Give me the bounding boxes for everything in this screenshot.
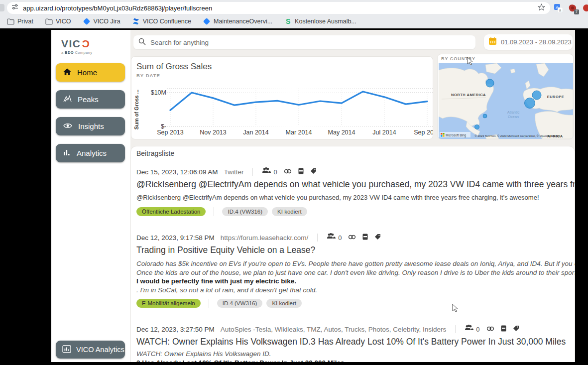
bookmark-kostenlose[interactable]: S Kostenlose Ausmalb...: [284, 18, 356, 25]
bookmark-privat[interactable]: Privat: [7, 18, 33, 25]
calendar-icon: [488, 37, 497, 47]
posts-card: Beitragsliste Dec 15, 2023, 12:06:09 AM …: [130, 146, 575, 362]
post-action-icons: 0: [262, 167, 316, 176]
svg-text:Mar 2014: Mar 2014: [286, 129, 312, 136]
notebook-icon[interactable]: [298, 167, 304, 176]
eye-icon: [63, 122, 72, 130]
bookmark-label: Kostenlose Ausmalb...: [295, 18, 356, 25]
vico-analytics-button[interactable]: VICO Analytics: [56, 341, 125, 359]
bookmark-maintenance[interactable]: MaintenanceOvervi...: [203, 18, 272, 25]
folder-icon: [7, 18, 14, 25]
link-icon[interactable]: [284, 167, 292, 176]
map-bubble-usa: [483, 114, 487, 118]
bookmark-label: VICO Jira: [94, 18, 120, 25]
tag-pill[interactable]: ID.4 (VW316): [217, 299, 263, 308]
sidebar-item-label: Home: [77, 68, 97, 77]
label-atlantic-2: Ocean: [508, 115, 519, 119]
svg-text:Jul 2014: Jul 2014: [372, 129, 396, 136]
post-tags: Öffentliche Ladestation ID.4 (VW316) KI …: [136, 206, 575, 217]
line-chart[interactable]: Sep 2013Nov 2013Jan 2014Mar 2014May 2014…: [131, 79, 433, 139]
post-body-line: . I'm in SoCal, so not a lot of rain, an…: [136, 286, 575, 295]
bing-map[interactable]: NORTH AMERICA EUROPE AFRICA Atlantic Oce…: [439, 63, 573, 139]
jira-diamond-icon: [203, 18, 211, 25]
mouse-cursor: [467, 57, 473, 68]
svg-text:Sep 2013: Sep 2013: [157, 129, 184, 136]
svg-text:$10M: $10M: [151, 89, 166, 96]
post-title[interactable]: WATCH: Owner Explains His Volkswagen ID.…: [136, 335, 575, 348]
bookmark-vico[interactable]: VICO: [45, 18, 71, 25]
map-attribution: © 2023 TomTom, © 2023 Microsoft Corporat…: [474, 134, 560, 137]
footer-button-label: VICO Analytics: [76, 346, 124, 354]
translate-extension-icon[interactable]: Aa: [554, 4, 563, 12]
engagement-count: 0: [338, 234, 342, 242]
extension-icon[interactable]: 7: [569, 4, 577, 12]
peaks-icon: [63, 95, 72, 104]
post-title[interactable]: @RickIsenberg @ElectrifyAm depends on wh…: [136, 178, 575, 191]
confluence-icon: [132, 18, 140, 25]
svg-text:Microsoft Bing: Microsoft Bing: [446, 133, 467, 137]
map-bubble-germany: [532, 91, 541, 100]
date-range-picker[interactable]: 01.09.2023 - 28.09.2023 ⌄: [484, 34, 573, 50]
tag-pill[interactable]: E-Mobilität allgemein: [136, 299, 201, 308]
sidebar-item-insights[interactable]: Insights: [56, 117, 125, 135]
sidebar-item-label: Peaks: [78, 95, 99, 104]
bookmark-vico-confluence[interactable]: VICO Confluence: [132, 18, 191, 25]
analytics-panel-icon: [62, 345, 71, 355]
url-bar[interactable]: app.uizard.io/prototypes/bM0yoLjx03uRdz6…: [7, 2, 550, 14]
home-icon: [63, 68, 71, 77]
notebook-icon[interactable]: [362, 233, 368, 242]
screen: app.uizard.io/prototypes/bM0yoLjx03uRdz6…: [0, 0, 588, 365]
sidebar-item-home[interactable]: Home: [56, 63, 125, 82]
post-source[interactable]: Twitter: [224, 168, 244, 176]
url-text[interactable]: app.uizard.io/prototypes/bM0yoLjx03uRdz6…: [23, 4, 538, 12]
map-bubble-france: [525, 98, 535, 109]
audience-icon[interactable]: [262, 167, 271, 176]
search-bar: [133, 35, 475, 49]
extension-area: Aa 7: [554, 1, 586, 14]
tag-pill[interactable]: ID.4 (VW316): [222, 207, 268, 216]
jira-diamond-icon: [83, 18, 91, 25]
microsoft-bing-logo: Microsoft Bing: [440, 132, 470, 137]
tag-pill[interactable]: KI kodiert: [272, 207, 307, 216]
tag-icon[interactable]: [513, 325, 519, 334]
sidebar-item-analytics[interactable]: Analytics: [56, 144, 125, 162]
post-body-line: Colorado has $5k incentive on EVs if you…: [136, 259, 575, 268]
tag-icon[interactable]: [310, 167, 317, 176]
svg-text:Nov 2013: Nov 2013: [200, 129, 227, 136]
search-input[interactable]: [150, 39, 470, 46]
post-source[interactable]: https://forum.leasehackr.com/: [221, 234, 308, 242]
label-europe: EUROPE: [547, 95, 565, 99]
link-icon[interactable]: [348, 233, 356, 242]
logo-reversed-c: C: [81, 38, 90, 50]
audience-icon[interactable]: [465, 325, 474, 334]
post-body-line: I would be perfectly fine with just my e…: [136, 277, 575, 286]
date-range-value: 01.09.2023 - 28.09.2023: [501, 38, 572, 46]
link-icon[interactable]: [486, 325, 494, 334]
bookmark-star-icon[interactable]: [538, 3, 545, 13]
svg-text:Jan 2014: Jan 2014: [243, 129, 268, 136]
post-source[interactable]: AutoSpies -Tesla, Wikileaks, TMZ, Autos,…: [221, 326, 446, 333]
map-bubble-canada: [486, 79, 494, 87]
post-action-icons: 0: [327, 233, 381, 242]
sidebar: VICC a BDO Company Home Peaks Insights A…: [51, 30, 130, 362]
extension-partial-icon[interactable]: [583, 4, 588, 11]
audience-icon[interactable]: [327, 233, 336, 242]
post-meta-row: Dec 12, 2023, 9:17:58 PM https://forum.l…: [136, 233, 575, 243]
bookmark-vico-jira[interactable]: VICO Jira: [83, 18, 120, 25]
post-title[interactable]: Trading in Positive Equity Vehicle on a …: [136, 243, 575, 256]
window-edge-fragment: [0, 4, 4, 11]
tag-pill[interactable]: KI kodiert: [266, 299, 302, 308]
divider: [317, 234, 318, 242]
extension-badge: 7: [574, 9, 579, 14]
bookmark-label: MaintenanceOvervi...: [214, 18, 272, 25]
sidebar-item-peaks[interactable]: Peaks: [56, 90, 125, 109]
svg-text:a: a: [559, 8, 562, 12]
tag-pill[interactable]: Öffentliche Ladestation: [136, 207, 206, 216]
site-info-icon[interactable]: [11, 3, 18, 12]
bookmark-label: Privat: [17, 18, 33, 25]
divider: [209, 299, 209, 308]
notebook-icon[interactable]: [501, 325, 506, 334]
tag-icon[interactable]: [374, 233, 381, 242]
bookmarks-bar: Privat VICO VICO Jira VICO Confluence Ma…: [7, 16, 356, 27]
post-meta-row: Dec 12, 2023, 3:27:50 PM AutoSpies -Tesl…: [136, 324, 575, 334]
